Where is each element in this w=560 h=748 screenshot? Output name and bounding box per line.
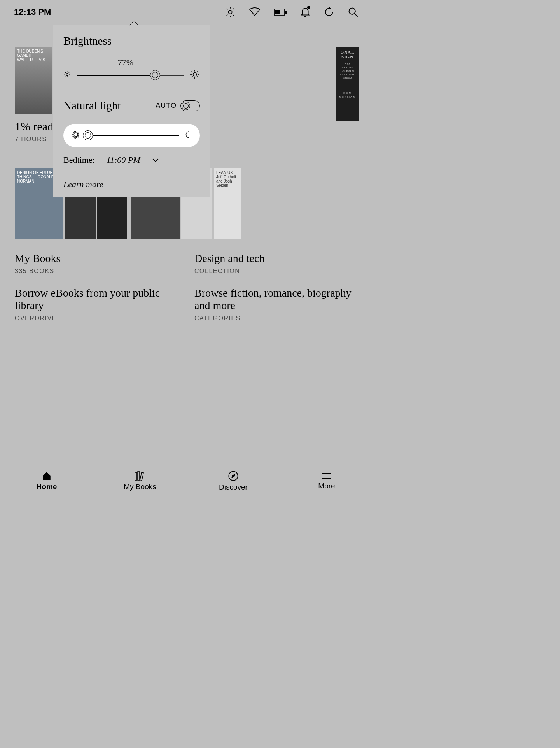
clock: 12:13 PM bbox=[14, 7, 51, 17]
sun-icon bbox=[71, 130, 80, 141]
brightness-slider[interactable] bbox=[77, 75, 184, 76]
nav-discover-label: Discover bbox=[219, 483, 248, 492]
svg-rect-14 bbox=[135, 472, 137, 480]
notifications-icon[interactable] bbox=[300, 7, 310, 18]
svg-rect-10 bbox=[285, 11, 287, 14]
nav-home[interactable]: Home bbox=[0, 463, 93, 499]
bottom-nav: Home My Books Discover More bbox=[0, 463, 373, 499]
svg-line-27 bbox=[65, 72, 66, 73]
battery-icon[interactable] bbox=[274, 8, 287, 16]
overdrive-subtitle: OVERDRIVE bbox=[15, 315, 179, 322]
bedtime-row[interactable]: Bedtime: 11:00 PM bbox=[63, 155, 200, 165]
svg-point-12 bbox=[349, 8, 355, 14]
svg-line-7 bbox=[227, 15, 228, 16]
natural-light-slider-container bbox=[63, 124, 200, 147]
right-peek-cover: ONAL SIGN WHY WE LOVE (OR HATE) EVERYDAY… bbox=[336, 47, 359, 121]
brightness-max-icon bbox=[190, 69, 200, 81]
svg-line-8 bbox=[233, 9, 234, 9]
brightness-value: 77% bbox=[114, 58, 137, 68]
search-icon[interactable] bbox=[348, 7, 359, 18]
bedtime-label: Bedtime: bbox=[63, 155, 95, 165]
status-icons bbox=[225, 7, 359, 18]
learn-more-label: Learn more bbox=[63, 179, 103, 189]
brightness-section: Brightness 77% bbox=[53, 25, 210, 90]
svg-line-39 bbox=[197, 71, 198, 72]
collection-subtitle: COLLECTION bbox=[194, 268, 359, 275]
mybooks-subtitle: 335 BOOKS bbox=[15, 268, 179, 275]
svg-rect-16 bbox=[140, 472, 144, 480]
overdrive-title: Borrow eBooks from your public library bbox=[15, 287, 179, 312]
nav-home-label: Home bbox=[37, 483, 57, 491]
mybooks-title: My Books bbox=[15, 252, 179, 265]
bedtime-value: 11:00 PM bbox=[107, 155, 140, 165]
brightness-title: Brightness bbox=[63, 35, 200, 47]
svg-line-29 bbox=[65, 76, 66, 76]
categories-title: Browse fiction, romance, biography and m… bbox=[194, 287, 359, 312]
sync-icon[interactable] bbox=[324, 7, 334, 18]
brightness-icon[interactable] bbox=[225, 7, 236, 18]
svg-line-13 bbox=[355, 14, 358, 17]
natural-light-slider-thumb[interactable] bbox=[83, 130, 93, 140]
svg-line-36 bbox=[192, 71, 193, 72]
svg-line-37 bbox=[197, 76, 198, 77]
current-book-cover: THE QUEEN'S GAMBIT — WALTER TEVIS bbox=[15, 47, 52, 114]
wifi-icon[interactable] bbox=[249, 7, 261, 17]
svg-point-22 bbox=[66, 74, 68, 76]
learn-more-link[interactable]: Learn more bbox=[53, 174, 210, 197]
auto-label: AUTO bbox=[156, 102, 177, 110]
svg-point-40 bbox=[74, 133, 78, 137]
natural-light-title: Natural light bbox=[63, 99, 121, 112]
svg-line-30 bbox=[68, 72, 69, 73]
brightness-min-icon bbox=[63, 70, 71, 80]
svg-line-28 bbox=[68, 76, 69, 76]
nav-mybooks[interactable]: My Books bbox=[93, 463, 187, 499]
chevron-down-icon bbox=[152, 155, 159, 165]
categories-subtitle: CATEGORIES bbox=[194, 315, 359, 322]
compass-icon bbox=[228, 471, 239, 481]
status-bar: 12:13 PM bbox=[0, 0, 373, 24]
auto-toggle[interactable] bbox=[180, 100, 200, 111]
svg-line-4 bbox=[233, 15, 234, 16]
collection-title: Design and tech bbox=[194, 252, 359, 265]
svg-point-31 bbox=[193, 73, 197, 76]
svg-line-3 bbox=[227, 9, 228, 9]
natural-light-section: Natural light AUTO Bedtime: bbox=[53, 90, 210, 174]
svg-rect-15 bbox=[138, 472, 140, 480]
home-icon bbox=[41, 471, 52, 481]
natural-light-slider[interactable] bbox=[85, 135, 179, 136]
book-cover[interactable]: LEAN UX — Jeff Gothelf and Josh Seiden bbox=[214, 168, 241, 239]
svg-point-0 bbox=[228, 10, 232, 14]
menu-icon bbox=[321, 472, 332, 480]
svg-rect-11 bbox=[275, 10, 280, 14]
svg-line-38 bbox=[192, 76, 193, 77]
overdrive-tile[interactable]: Borrow eBooks from your public library O… bbox=[15, 279, 179, 322]
collection-tile[interactable]: Design and tech COLLECTION bbox=[194, 244, 359, 275]
svg-marker-18 bbox=[232, 474, 235, 477]
books-icon bbox=[134, 471, 146, 481]
brightness-slider-thumb[interactable] bbox=[150, 70, 160, 80]
brightness-popover: Brightness 77% Natural light bbox=[53, 25, 210, 197]
nav-discover[interactable]: Discover bbox=[187, 463, 280, 499]
mybooks-tile[interactable]: My Books 335 BOOKS bbox=[15, 244, 179, 275]
nav-mybooks-label: My Books bbox=[124, 483, 156, 491]
nav-more[interactable]: More bbox=[280, 463, 373, 499]
moon-icon bbox=[184, 130, 192, 140]
nav-more-label: More bbox=[318, 482, 335, 490]
categories-tile[interactable]: Browse fiction, romance, biography and m… bbox=[194, 279, 359, 322]
